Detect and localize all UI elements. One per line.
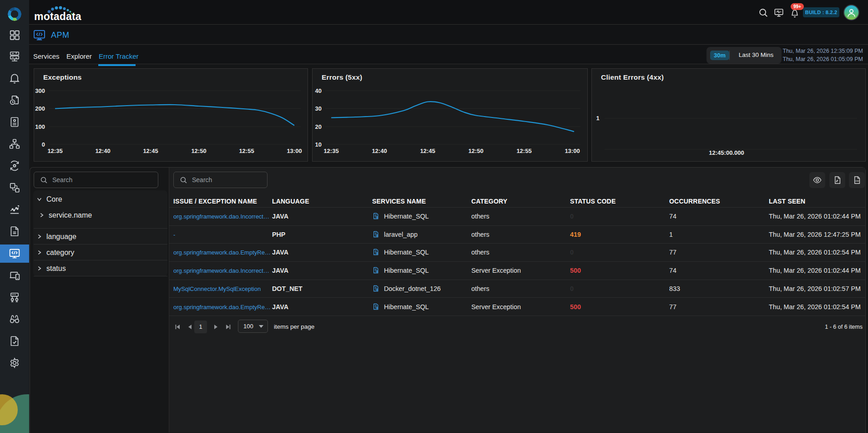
svg-text:12:45:00.000: 12:45:00.000 bbox=[709, 149, 744, 156]
svg-text:12:40: 12:40 bbox=[95, 148, 110, 154]
svg-text:13:00: 13:00 bbox=[565, 148, 580, 154]
svg-text:300: 300 bbox=[35, 87, 45, 94]
svg-text:12:40: 12:40 bbox=[372, 148, 387, 154]
svg-text:40: 40 bbox=[315, 87, 322, 94]
svg-text:0: 0 bbox=[42, 141, 45, 148]
svg-text:100: 100 bbox=[35, 123, 45, 130]
svg-text:200: 200 bbox=[35, 105, 45, 112]
svg-text:12:35: 12:35 bbox=[47, 148, 62, 154]
svg-text:12:55: 12:55 bbox=[516, 148, 531, 154]
svg-text:12:35: 12:35 bbox=[323, 148, 338, 154]
svg-text:12:45: 12:45 bbox=[143, 148, 158, 154]
svg-text:13:00: 13:00 bbox=[287, 148, 302, 154]
svg-text:CSV: CSV bbox=[855, 180, 859, 182]
svg-text:10: 10 bbox=[315, 141, 322, 148]
svg-text:1: 1 bbox=[596, 115, 599, 122]
svg-text:30: 30 bbox=[315, 105, 322, 112]
svg-text:12:55: 12:55 bbox=[239, 148, 254, 154]
svg-text:12:45: 12:45 bbox=[420, 148, 435, 154]
svg-text:12:50: 12:50 bbox=[191, 148, 206, 154]
svg-text:20: 20 bbox=[315, 123, 322, 130]
svg-text:12:50: 12:50 bbox=[468, 148, 483, 154]
